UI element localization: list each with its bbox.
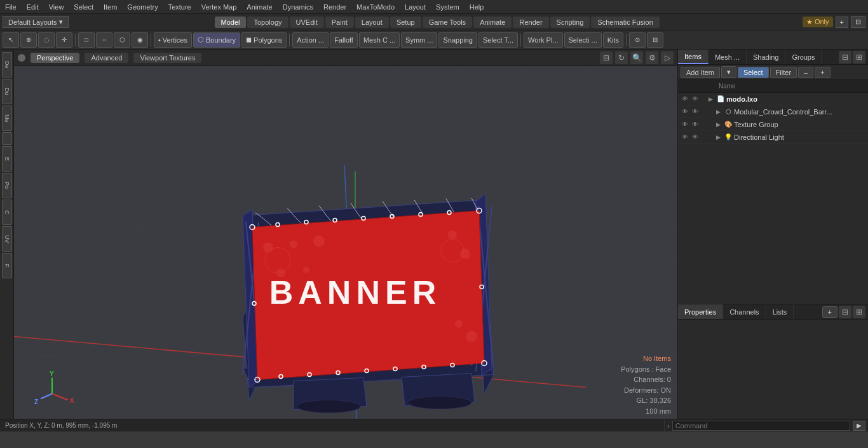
left-tool-dup[interactable]: Du bbox=[2, 79, 12, 104]
menu-geometry[interactable]: Geometry bbox=[122, 2, 163, 12]
left-tool-mes[interactable]: Me bbox=[2, 105, 12, 131]
viewport-dot[interactable] bbox=[18, 54, 25, 62]
tree-item-modo-lxo[interactable]: 👁 👁 ▶ 📄 modo.lxo bbox=[678, 93, 868, 105]
tool-edit-icon[interactable]: ◉ bbox=[132, 32, 148, 48]
tab-schematic-fusion[interactable]: Schematic Fusion bbox=[591, 17, 659, 28]
arrow-icon-modo[interactable]: ▶ bbox=[709, 96, 715, 102]
menu-select[interactable]: Select bbox=[69, 2, 98, 12]
tab-groups[interactable]: Groups bbox=[785, 50, 822, 64]
menu-maxtomodo[interactable]: MaxToModo bbox=[351, 2, 400, 12]
tab-scripting[interactable]: Scripting bbox=[550, 17, 590, 28]
filter-button[interactable]: Filter bbox=[770, 67, 797, 78]
props-icon2[interactable]: ⊞ bbox=[853, 306, 865, 318]
tool-poly-icon[interactable]: ⬡ bbox=[114, 32, 130, 48]
eye-icon2-texture[interactable]: 👁 bbox=[691, 120, 700, 129]
tab-animate[interactable]: Animate bbox=[473, 17, 512, 28]
viewport-search-icon[interactable]: 🔍 bbox=[630, 51, 643, 64]
menu-help[interactable]: Help bbox=[465, 2, 489, 12]
kits-button[interactable]: Kits bbox=[603, 32, 623, 48]
mesh-button[interactable]: Mesh C ... bbox=[359, 32, 400, 48]
props-tab-properties[interactable]: Properties bbox=[678, 304, 723, 319]
viewport-maximize-icon[interactable]: ⊟ bbox=[600, 51, 613, 64]
props-tab-lists[interactable]: Lists bbox=[766, 304, 794, 319]
work-plane-button[interactable]: Work Pl... bbox=[524, 32, 562, 48]
tab-layout[interactable]: Layout bbox=[355, 17, 389, 28]
command-go-button[interactable]: ▶ bbox=[853, 421, 865, 431]
tool-circle-icon[interactable]: ○ bbox=[96, 32, 112, 48]
viewport-tab-textures[interactable]: Viewport Textures bbox=[133, 53, 201, 63]
menu-vertex-map[interactable]: Vertex Map bbox=[196, 2, 242, 12]
tree-item-texture-group[interactable]: 👁 👁 ▶ 🎨 Texture Group bbox=[678, 118, 868, 131]
menu-system[interactable]: System bbox=[431, 2, 465, 12]
menu-edit[interactable]: Edit bbox=[22, 2, 44, 12]
items-tab-icon1[interactable]: ⊟ bbox=[839, 51, 851, 64]
selection-sets-button[interactable]: Selecti ... bbox=[564, 32, 602, 48]
add-item-dropdown[interactable]: ▾ bbox=[721, 66, 736, 78]
menu-animate[interactable]: Animate bbox=[241, 2, 277, 12]
boundary-button[interactable]: ⬡ Boundary bbox=[193, 32, 240, 48]
tab-model[interactable]: Model bbox=[215, 17, 247, 28]
menu-item[interactable]: Item bbox=[98, 2, 122, 12]
plus-icon-items[interactable]: + bbox=[815, 67, 830, 78]
props-tab-channels[interactable]: Channels bbox=[723, 304, 766, 319]
eye-icon-modo[interactable]: 👁 bbox=[681, 95, 689, 104]
items-tab-icon2[interactable]: ⊞ bbox=[853, 51, 865, 64]
menu-dynamics[interactable]: Dynamics bbox=[278, 2, 318, 12]
left-tool-c[interactable]: C bbox=[2, 200, 12, 225]
maximize-view-icon[interactable]: ⊟ bbox=[647, 32, 663, 48]
reset-view-icon[interactable]: ⊙ bbox=[629, 32, 646, 48]
action-button[interactable]: Action ... bbox=[292, 32, 329, 48]
left-tool-pol[interactable]: Po bbox=[2, 173, 12, 198]
tab-items[interactable]: Items bbox=[678, 50, 709, 64]
arrow-icon-light[interactable]: ▶ bbox=[716, 134, 722, 140]
tab-uvedit[interactable]: UVEdit bbox=[290, 17, 324, 28]
eye-icon-texture[interactable]: 👁 bbox=[681, 120, 689, 129]
command-input[interactable] bbox=[672, 421, 850, 431]
tab-topology[interactable]: Topology bbox=[247, 17, 288, 28]
viewport-tab-perspective[interactable]: Perspective bbox=[31, 53, 79, 63]
tree-item-modular-crowd[interactable]: 👁 👁 ▶ ⬡ Modular_Crowd_Control_Barr... bbox=[678, 105, 868, 118]
menu-view[interactable]: View bbox=[44, 2, 69, 12]
tool-move-icon[interactable]: ✛ bbox=[56, 32, 72, 48]
layout-dropdown[interactable]: Default Layouts ▾ bbox=[3, 16, 69, 28]
add-item-button[interactable]: Add Item bbox=[681, 67, 720, 78]
viewport-expand-icon[interactable]: ▷ bbox=[661, 51, 674, 64]
menu-render[interactable]: Render bbox=[318, 2, 351, 12]
eye-icon-light[interactable]: 👁 bbox=[681, 133, 689, 142]
eye-icon2-modo[interactable]: 👁 bbox=[691, 95, 700, 104]
eye-icon2-light[interactable]: 👁 bbox=[691, 133, 700, 142]
tab-setup[interactable]: Setup bbox=[390, 17, 421, 28]
maximize-button[interactable]: ⊟ bbox=[851, 16, 865, 28]
snapping-button[interactable]: Snapping bbox=[438, 32, 477, 48]
symmetry-button[interactable]: Symm ... bbox=[401, 32, 437, 48]
tool-select-icon[interactable]: ↖ bbox=[3, 32, 19, 48]
viewport-settings-icon[interactable]: ⚙ bbox=[646, 51, 658, 64]
tool-lasso-icon[interactable]: ◌ bbox=[38, 32, 55, 48]
tab-render[interactable]: Render bbox=[513, 17, 548, 28]
vertices-button[interactable]: • Vertices bbox=[154, 32, 192, 48]
minus-button[interactable]: – bbox=[798, 67, 813, 78]
tab-game-tools[interactable]: Game Tools bbox=[423, 17, 473, 28]
tab-mesh[interactable]: Mesh ... bbox=[709, 50, 747, 64]
add-layout-button[interactable]: + bbox=[836, 17, 848, 28]
props-plus-button[interactable]: + bbox=[822, 306, 837, 318]
tab-shading[interactable]: Shading bbox=[747, 50, 785, 64]
tool-box-icon[interactable]: □ bbox=[78, 32, 95, 48]
props-icon1[interactable]: ⊟ bbox=[839, 306, 851, 318]
menu-layout[interactable]: Layout bbox=[400, 2, 431, 12]
polygons-button[interactable]: ◼ Polygons bbox=[241, 32, 287, 48]
tool-crosshair-icon[interactable]: ⊕ bbox=[20, 32, 37, 48]
arrow-icon-crowd[interactable]: ▶ bbox=[716, 109, 722, 115]
arrow-icon-texture[interactable]: ▶ bbox=[716, 121, 722, 128]
left-tool-f[interactable]: F bbox=[2, 253, 12, 278]
tree-item-directional-light[interactable]: 👁 👁 ▶ 💡 Directional Light bbox=[678, 131, 868, 144]
eye-icon2-crowd[interactable]: 👁 bbox=[691, 107, 700, 116]
falloff-button[interactable]: Falloff bbox=[330, 32, 358, 48]
tab-paint[interactable]: Paint bbox=[325, 17, 354, 28]
left-tool-uv[interactable]: UV bbox=[2, 226, 12, 252]
menu-texture[interactable]: Texture bbox=[163, 2, 196, 12]
left-tool-de[interactable]: De bbox=[2, 52, 12, 78]
menu-file[interactable]: File bbox=[0, 2, 22, 12]
left-tool-e[interactable]: E bbox=[2, 146, 12, 172]
viewport-tab-advanced[interactable]: Advanced bbox=[85, 53, 128, 63]
